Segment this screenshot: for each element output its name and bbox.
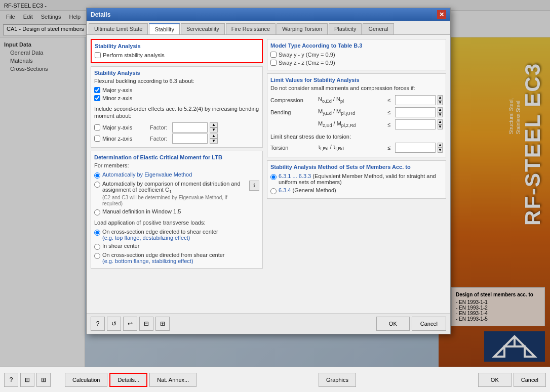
- dialog-close-button[interactable]: ✕: [437, 10, 446, 19]
- bending-spinner2-down[interactable]: ▼: [438, 124, 443, 129]
- graphics-button[interactable]: Graphics: [319, 373, 356, 387]
- major-y-spinner-down[interactable]: ▼: [210, 127, 218, 133]
- minor-z-factor-label: Minor z-axis: [102, 136, 148, 142]
- option1-radio[interactable]: [94, 172, 100, 179]
- minor-z-checkbox[interactable]: [94, 95, 100, 101]
- footer-reset-btn[interactable]: ↺: [107, 317, 121, 331]
- minor-z-factor-text: Factor:: [150, 136, 170, 142]
- sway-z-label[interactable]: Sway z - z (Cmz = 0.9): [279, 60, 335, 66]
- option2-row: Automatically by comparison of moment di…: [94, 180, 259, 207]
- minor-z-factor-input[interactable]: [172, 134, 208, 144]
- for-members-label: For members:: [94, 162, 259, 168]
- bottom-icon1[interactable]: ?: [4, 373, 18, 387]
- major-y-row: Major y-axis: [94, 86, 259, 94]
- option3-label: Manual definition in Window 1.5: [102, 208, 259, 214]
- footer-ok-button[interactable]: OK: [376, 317, 410, 331]
- second-order-label: Include second-order effects acc. to 5.2…: [94, 105, 259, 120]
- compression-spinner-up[interactable]: ▲: [438, 95, 443, 100]
- tab-serviceability[interactable]: Serviceability: [181, 23, 225, 34]
- footer-print-btn[interactable]: ⊟: [139, 317, 153, 331]
- method-option2-radio[interactable]: [270, 188, 277, 194]
- details-button[interactable]: Details...: [109, 373, 147, 387]
- tab-ultimate-limit-state[interactable]: Ultimate Limit State: [89, 23, 148, 34]
- perform-stability-checkbox[interactable]: [95, 52, 101, 58]
- load-option1-radio[interactable]: [94, 230, 100, 236]
- calculation-button[interactable]: Calculation: [65, 373, 107, 387]
- minor-z-spinner-down[interactable]: ▼: [210, 139, 218, 144]
- tab-fire-resistance[interactable]: Fire Resistance: [226, 23, 276, 34]
- bending-spinner1[interactable]: ▲ ▼: [438, 107, 443, 117]
- tab-warping-torsion[interactable]: Warping Torsion: [277, 23, 328, 34]
- compression-label: Compression: [270, 97, 316, 103]
- option2-radio[interactable]: [94, 182, 100, 188]
- bending-sign1: ≤: [385, 109, 393, 115]
- nat-annex-button[interactable]: Nat. Annex...: [149, 373, 197, 387]
- load-option2-radio[interactable]: [94, 244, 100, 250]
- footer-undo-btn[interactable]: ↩: [123, 317, 137, 331]
- load-option2-row: In shear center: [94, 242, 259, 251]
- minor-z-label[interactable]: Minor z-axis: [102, 95, 132, 101]
- footer-help-btn[interactable]: ?: [91, 317, 105, 331]
- torsion-spinner[interactable]: ▲ ▼: [438, 143, 443, 153]
- stability-analysis-details: Stability Analysis Flexural buckling acc…: [91, 66, 263, 148]
- torsion-input[interactable]: [395, 143, 436, 153]
- tab-plasticity[interactable]: Plasticity: [329, 23, 362, 34]
- bending-input1[interactable]: [395, 107, 436, 117]
- sway-z-checkbox[interactable]: [270, 60, 277, 66]
- footer-cancel-button[interactable]: Cancel: [412, 317, 446, 331]
- load-option3-label: On cross-section edge directed from shea…: [102, 252, 259, 264]
- footer-print2-btn[interactable]: ⊞: [155, 317, 170, 331]
- perform-stability-label[interactable]: Perform stability analysis: [103, 52, 165, 58]
- bottom-bar: ? ⊟ ⊞ Calculation Details... Nat. Annex.…: [0, 367, 550, 392]
- bending-spinner2[interactable]: ▲ ▼: [438, 119, 443, 129]
- bending-formula1: My,Ed / Mpl,y,Rd: [318, 108, 383, 116]
- major-y-label[interactable]: Major y-axis: [102, 87, 132, 93]
- major-y-factor-input[interactable]: [172, 122, 208, 133]
- limit-values-description: Do not consider small moments and compre…: [270, 85, 443, 91]
- bottom-cancel-button[interactable]: Cancel: [514, 373, 546, 387]
- torsion-spinner-up[interactable]: ▲: [438, 143, 443, 148]
- tab-general[interactable]: General: [363, 23, 394, 34]
- minor-z-factor-checkbox[interactable]: [94, 136, 100, 142]
- bottom-ok-button[interactable]: OK: [478, 373, 512, 387]
- major-y-factor-spinner[interactable]: ▲ ▼: [210, 122, 218, 133]
- tab-stability[interactable]: Stability: [149, 23, 180, 34]
- compression-sign: ≤: [385, 97, 393, 103]
- perform-stability-row: Perform stability analysis: [95, 51, 259, 59]
- stability-analysis-details-title: Stability Analysis: [94, 70, 259, 76]
- bending-input2[interactable]: [395, 119, 436, 129]
- dialog-tabs: Ultimate Limit State Stability Serviceab…: [87, 21, 450, 35]
- elastic-critical-section: Determination of Elastic Critical Moment…: [91, 151, 263, 269]
- load-option3-radio[interactable]: [94, 253, 100, 259]
- compression-spinner-down[interactable]: ▼: [438, 100, 443, 105]
- dialog-left-column: Stability Analysis Perform stability ana…: [91, 39, 263, 309]
- load-application-label: Load application of positive transverse …: [94, 220, 259, 226]
- option3-radio[interactable]: [94, 209, 100, 215]
- load-option3-row: On cross-section edge directed from shea…: [94, 251, 259, 265]
- compression-spinner[interactable]: ▲ ▼: [438, 95, 443, 105]
- sway-z-row: Sway z - z (Cmz = 0.9): [270, 59, 443, 67]
- major-y-factor-checkbox[interactable]: [94, 124, 100, 130]
- method-option1-radio[interactable]: [270, 174, 277, 180]
- load-option1-row: On cross-section edge directed to shear …: [94, 228, 259, 242]
- torsion-spinner-down[interactable]: ▼: [438, 148, 443, 153]
- details-dialog: Details ✕ Ultimate Limit State Stability…: [86, 8, 451, 334]
- load-option1-label: On cross-section edge directed to shear …: [102, 229, 259, 241]
- major-y-checkbox[interactable]: [94, 87, 100, 93]
- sway-y-checkbox[interactable]: [270, 52, 277, 58]
- compression-input[interactable]: [395, 95, 436, 105]
- minor-z-factor-spinner[interactable]: ▲ ▼: [210, 134, 218, 144]
- info-button[interactable]: ℹ: [249, 181, 259, 191]
- empty-space: [267, 202, 446, 309]
- sway-y-label[interactable]: Sway y - y (Cmy = 0.9): [279, 52, 335, 58]
- major-y-spinner-up[interactable]: ▲: [210, 122, 218, 127]
- compression-row: Compression No,Ed / Npl ≤ ▲ ▼: [270, 94, 443, 106]
- bottom-icon3[interactable]: ⊞: [36, 373, 51, 387]
- bending-spinner1-up[interactable]: ▲: [438, 107, 443, 112]
- minor-z-spinner-up[interactable]: ▲: [210, 134, 218, 139]
- model-type-section: Model Type According to Table B.3 Sway y…: [267, 39, 446, 70]
- torsion-label: Torsion: [270, 145, 316, 151]
- bottom-icon2[interactable]: ⊟: [20, 373, 34, 387]
- bending-spinner1-down[interactable]: ▼: [438, 112, 443, 117]
- bending-spinner2-up[interactable]: ▲: [438, 119, 443, 124]
